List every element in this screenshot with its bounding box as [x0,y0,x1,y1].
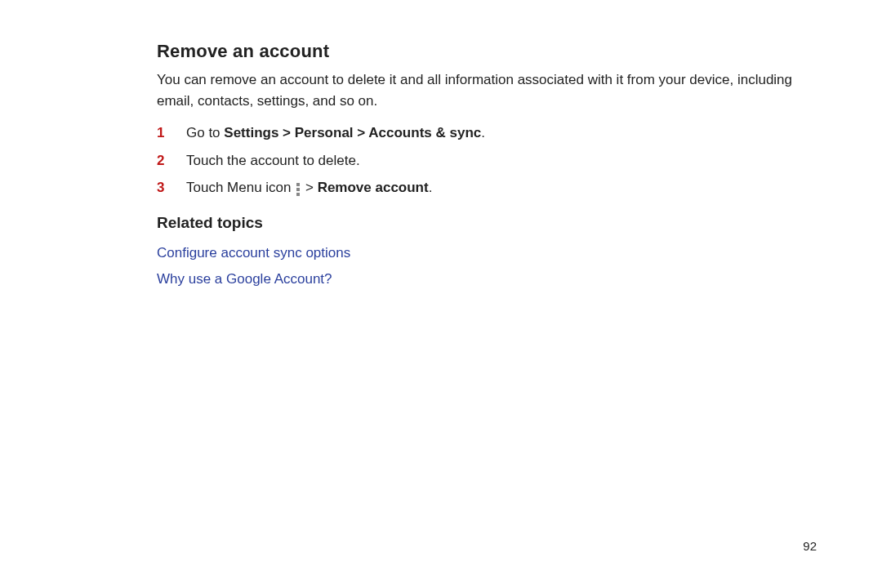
related-topics-heading: Related topics [157,212,817,235]
step-item: 1 Go to Settings > Personal > Accounts &… [157,122,817,144]
step-pre: Touch the account to delete. [186,153,360,168]
step-text: Touch Menu icon > Remove account. [186,177,817,198]
step-item: 3 Touch Menu icon > Remove account. [157,177,817,198]
step-number: 3 [157,177,186,198]
page-number: 92 [803,537,817,556]
document-page: Remove an account You can remove an acco… [0,0,882,588]
link-why-google-account[interactable]: Why use a Google Account? [157,269,817,290]
step-pre: Touch Menu icon [186,180,295,195]
link-configure-sync[interactable]: Configure account sync options [157,243,817,264]
step-number: 2 [157,150,186,172]
step-text: Go to Settings > Personal > Accounts & s… [186,122,817,144]
step-text: Touch the account to delete. [186,150,817,172]
step-bold: Remove account [318,180,429,195]
intro-paragraph: You can remove an account to delete it a… [157,69,817,111]
steps-list: 1 Go to Settings > Personal > Accounts &… [157,122,817,198]
step-bold: Settings > Personal > Accounts & sync [224,125,481,140]
step-mid: > [301,180,317,195]
step-number: 1 [157,122,186,144]
step-pre: Go to [186,125,224,140]
menu-overflow-icon [296,181,300,198]
step-post: . [429,180,433,195]
step-item: 2 Touch the account to delete. [157,150,817,172]
section-heading-remove-account: Remove an account [157,38,817,65]
step-post: . [481,125,485,140]
